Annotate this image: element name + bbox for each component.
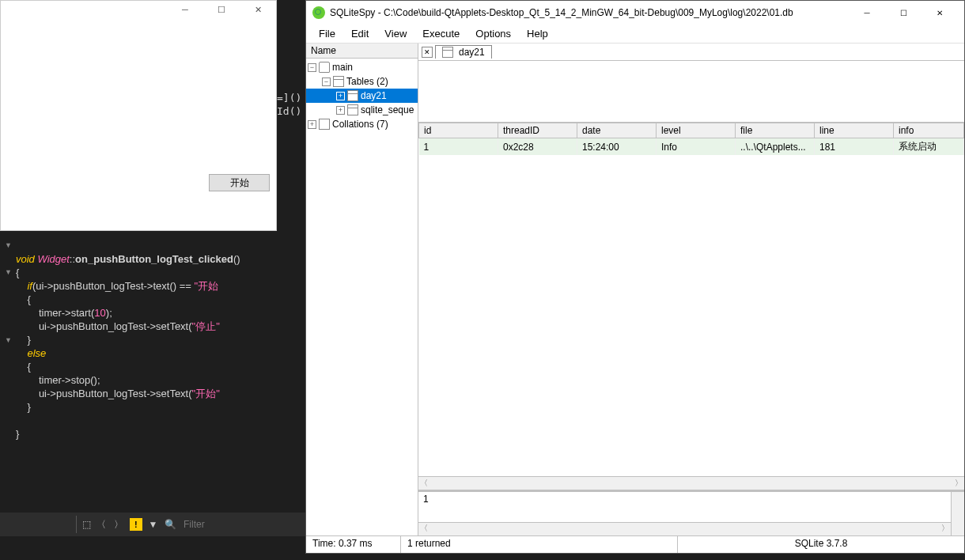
cell-info[interactable]: 系统启动 [894, 138, 964, 156]
filter-input[interactable] [180, 519, 302, 530]
table-row[interactable]: 1 0x2c28 15:24:00 Info ..\..\QtApplets..… [419, 138, 964, 156]
col-file[interactable]: file [736, 123, 815, 138]
detail-pane[interactable]: 1 〈〉 [418, 490, 964, 535]
fold-marker[interactable]: ▼ [5, 266, 12, 279]
detail-hscrollbar[interactable]: 〈〉 [418, 522, 951, 535]
close-button[interactable]: ✕ [240, 1, 276, 18]
warning-icon[interactable]: ! [129, 516, 143, 533]
minimize-button[interactable]: ─ [167, 1, 203, 18]
expand-icon[interactable]: + [336, 92, 345, 100]
menu-view[interactable]: View [377, 26, 414, 41]
string-start: "开始 [194, 280, 218, 292]
table-icon [347, 90, 358, 101]
expand-icon[interactable]: + [308, 120, 316, 129]
tab-day21[interactable]: day21 [435, 45, 492, 59]
menu-bar: File Edit View Execute Options Help [306, 25, 964, 44]
string-start2: "开始" [192, 388, 220, 399]
expand-icon[interactable]: + [336, 106, 345, 115]
type-widget: Widget [37, 253, 69, 265]
status-version: SQLite 3.7.8 [678, 536, 964, 553]
code-area[interactable]: ▼void Widget::on_pushButton_logTest_clic… [0, 231, 305, 454]
col-line[interactable]: line [815, 123, 894, 138]
table-icon [442, 47, 453, 58]
window-title: SQLiteSpy - C:\Code\build-QtApplets-Desk… [330, 7, 849, 18]
collations-icon [319, 119, 330, 130]
fold-marker[interactable]: ▼ [5, 239, 12, 252]
menu-edit[interactable]: Edit [343, 26, 377, 41]
maximize-button[interactable]: ☐ [885, 2, 921, 24]
cell-date[interactable]: 15:24:00 [577, 138, 657, 156]
next-icon[interactable]: 〉 [112, 516, 126, 533]
detail-vscrollbar[interactable] [951, 492, 964, 535]
collapse-icon[interactable]: − [322, 78, 331, 86]
tree-node-sqliteseq[interactable]: +sqlite_seque [306, 103, 418, 117]
code-fragment: =]() Id() [277, 91, 301, 118]
cell-id[interactable]: 1 [419, 138, 498, 156]
qt-dialog-body: 开始 [1, 18, 276, 230]
fold-marker[interactable]: ▼ [5, 334, 12, 347]
editor-footer: ⬚ 〈 〉 ! ▼ 🔍 [0, 513, 305, 536]
status-bar: Time: 0.37 ms 1 returned SQLite 3.7.8 [306, 535, 964, 553]
table-icon [347, 104, 358, 115]
sql-editor[interactable] [418, 61, 964, 123]
menu-execute[interactable]: Execute [414, 26, 467, 41]
col-threadid[interactable]: threadID [498, 123, 577, 138]
start-button[interactable]: 开始 [209, 174, 270, 191]
main-pane: ✕ day21 id threadID date level file line… [418, 44, 964, 535]
tab-bar: ✕ day21 [418, 44, 964, 61]
collapse-icon[interactable]: − [308, 63, 316, 72]
filter-icon[interactable]: ▼ [146, 516, 161, 533]
maximize-button[interactable]: ☐ [203, 1, 240, 18]
tab-close-button[interactable]: ✕ [422, 47, 433, 58]
cell-threadid[interactable]: 0x2c28 [498, 138, 577, 156]
string-stop: "停止" [192, 320, 220, 332]
search-icon[interactable]: 🔍 [163, 516, 177, 533]
code-editor[interactable]: ▼void Widget::on_pushButton_logTest_clic… [0, 231, 305, 536]
tree-node-main[interactable]: −main [306, 60, 418, 74]
tree-node-collations[interactable]: +Collations (7) [306, 117, 418, 131]
nav-icon[interactable]: ⬚ [76, 516, 91, 533]
tree-node-tables[interactable]: −Tables (2) [306, 74, 418, 89]
keyword-void: void [16, 253, 35, 265]
keyword-else: else [27, 347, 46, 359]
schema-tree[interactable]: Name −main −Tables (2) +day21 +sqlite_se… [306, 44, 418, 535]
app-icon [312, 6, 325, 19]
database-icon [319, 62, 330, 73]
col-level[interactable]: level [657, 123, 736, 138]
tree-node-day21[interactable]: +day21 [306, 89, 418, 103]
col-info[interactable]: info [894, 123, 964, 138]
function-name: on_pushButton_logTest_clicked [75, 253, 233, 265]
result-grid[interactable]: id threadID date level file line info 1 … [418, 123, 964, 490]
cell-line[interactable]: 181 [815, 138, 894, 156]
status-returned: 1 returned [401, 536, 678, 553]
grid-header-row[interactable]: id threadID date level file line info [419, 123, 964, 138]
qt-titlebar[interactable]: ─ ☐ ✕ [1, 1, 276, 18]
sqlitespy-window: SQLiteSpy - C:\Code\build-QtApplets-Desk… [305, 0, 965, 554]
col-id[interactable]: id [419, 123, 498, 138]
close-button[interactable]: ✕ [921, 2, 958, 24]
cell-file[interactable]: ..\..\QtApplets... [736, 138, 815, 156]
col-date[interactable]: date [577, 123, 657, 138]
status-time: Time: 0.37 ms [306, 536, 401, 553]
grid-hscrollbar[interactable]: 〈〉 [418, 476, 964, 490]
menu-help[interactable]: Help [519, 26, 556, 41]
spy-titlebar[interactable]: SQLiteSpy - C:\Code\build-QtApplets-Desk… [306, 1, 964, 25]
minimize-button[interactable]: ─ [849, 2, 885, 24]
qt-dialog-window: ─ ☐ ✕ 开始 [0, 0, 277, 231]
menu-file[interactable]: File [311, 26, 343, 41]
tables-icon [333, 76, 344, 87]
cell-level[interactable]: Info [657, 138, 736, 156]
prev-icon[interactable]: 〈 [95, 516, 109, 533]
menu-options[interactable]: Options [467, 26, 519, 41]
tree-header[interactable]: Name [306, 44, 418, 59]
